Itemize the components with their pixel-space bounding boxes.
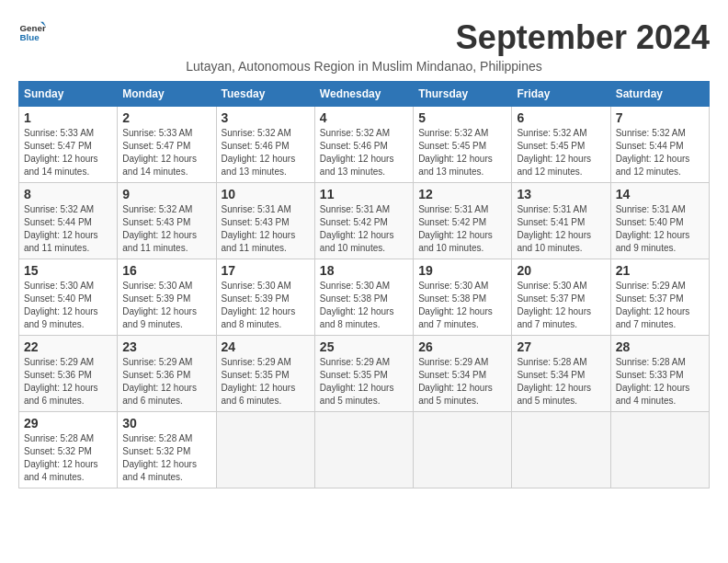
day-number: 19	[418, 263, 506, 278]
day-info: Sunrise: 5:33 AMSunset: 5:47 PMDaylight:…	[24, 127, 112, 178]
calendar-day-cell: 17Sunrise: 5:30 AMSunset: 5:39 PMDayligh…	[216, 259, 314, 336]
day-info: Sunrise: 5:29 AMSunset: 5:35 PMDaylight:…	[222, 356, 310, 408]
header-day-thursday: Thursday	[414, 82, 512, 107]
day-info: Sunrise: 5:29 AMSunset: 5:37 PMDaylight:…	[616, 280, 704, 331]
day-number: 22	[24, 339, 112, 354]
header-day-sunday: Sunday	[19, 82, 118, 107]
day-number: 16	[122, 263, 210, 278]
day-info: Sunrise: 5:32 AMSunset: 5:44 PMDaylight:…	[616, 127, 704, 178]
calendar-day-cell: 23Sunrise: 5:29 AMSunset: 5:36 PMDayligh…	[118, 336, 216, 412]
day-number: 9	[122, 187, 210, 201]
day-number: 8	[24, 187, 112, 201]
header-day-saturday: Saturday	[610, 82, 709, 107]
day-number: 2	[122, 110, 210, 125]
calendar-day-cell: 27Sunrise: 5:28 AMSunset: 5:34 PMDayligh…	[512, 336, 610, 412]
day-number: 3	[222, 110, 310, 125]
location-subtitle: Lutayan, Autonomous Region in Muslim Min…	[18, 59, 710, 74]
day-info: Sunrise: 5:32 AMSunset: 5:44 PMDaylight:…	[24, 203, 112, 255]
day-number: 17	[222, 263, 310, 278]
day-number: 7	[616, 110, 704, 125]
calendar-week-row: 29Sunrise: 5:28 AMSunset: 5:32 PMDayligh…	[19, 412, 710, 488]
day-info: Sunrise: 5:32 AMSunset: 5:45 PMDaylight:…	[418, 127, 506, 178]
calendar-day-cell: 18Sunrise: 5:30 AMSunset: 5:38 PMDayligh…	[314, 259, 413, 336]
day-info: Sunrise: 5:29 AMSunset: 5:36 PMDaylight:…	[122, 356, 210, 408]
calendar-day-cell: 20Sunrise: 5:30 AMSunset: 5:37 PMDayligh…	[512, 259, 610, 336]
day-info: Sunrise: 5:31 AMSunset: 5:43 PMDaylight:…	[222, 203, 310, 255]
day-info: Sunrise: 5:28 AMSunset: 5:32 PMDaylight:…	[24, 432, 112, 484]
day-number: 28	[616, 339, 704, 354]
day-number: 25	[320, 339, 408, 354]
calendar-week-row: 15Sunrise: 5:30 AMSunset: 5:40 PMDayligh…	[19, 259, 710, 336]
calendar-day-cell: 24Sunrise: 5:29 AMSunset: 5:35 PMDayligh…	[216, 336, 314, 412]
day-number: 4	[320, 110, 408, 125]
day-info: Sunrise: 5:28 AMSunset: 5:33 PMDaylight:…	[616, 356, 704, 408]
calendar-day-cell: 19Sunrise: 5:30 AMSunset: 5:38 PMDayligh…	[414, 259, 512, 336]
day-number: 29	[24, 416, 112, 431]
day-info: Sunrise: 5:31 AMSunset: 5:42 PMDaylight:…	[320, 203, 408, 255]
calendar-day-cell: 16Sunrise: 5:30 AMSunset: 5:39 PMDayligh…	[118, 259, 216, 336]
day-info: Sunrise: 5:28 AMSunset: 5:32 PMDaylight:…	[122, 432, 210, 484]
day-info: Sunrise: 5:32 AMSunset: 5:46 PMDaylight:…	[222, 127, 310, 178]
day-info: Sunrise: 5:32 AMSunset: 5:46 PMDaylight:…	[320, 127, 408, 178]
day-info: Sunrise: 5:29 AMSunset: 5:36 PMDaylight:…	[24, 356, 112, 408]
day-info: Sunrise: 5:30 AMSunset: 5:39 PMDaylight:…	[122, 280, 210, 331]
calendar-day-cell: 3Sunrise: 5:32 AMSunset: 5:46 PMDaylight…	[216, 107, 314, 183]
day-number: 15	[24, 263, 112, 278]
day-info: Sunrise: 5:32 AMSunset: 5:45 PMDaylight:…	[517, 127, 605, 178]
general-blue-logo-icon: General Blue	[18, 18, 46, 46]
day-info: Sunrise: 5:32 AMSunset: 5:43 PMDaylight:…	[122, 203, 210, 255]
day-number: 5	[418, 110, 506, 125]
calendar-header-row: SundayMondayTuesdayWednesdayThursdayFrid…	[19, 82, 710, 107]
calendar-day-cell: 26Sunrise: 5:29 AMSunset: 5:34 PMDayligh…	[414, 336, 512, 412]
calendar-day-cell: 25Sunrise: 5:29 AMSunset: 5:35 PMDayligh…	[314, 336, 413, 412]
day-number: 1	[24, 110, 112, 125]
day-number: 18	[320, 263, 408, 278]
empty-cell	[512, 412, 610, 488]
calendar-day-cell: 9Sunrise: 5:32 AMSunset: 5:43 PMDaylight…	[118, 183, 216, 259]
day-info: Sunrise: 5:30 AMSunset: 5:40 PMDaylight:…	[24, 280, 112, 331]
calendar-day-cell: 29Sunrise: 5:28 AMSunset: 5:32 PMDayligh…	[19, 412, 118, 488]
calendar-day-cell: 12Sunrise: 5:31 AMSunset: 5:42 PMDayligh…	[414, 183, 512, 259]
day-info: Sunrise: 5:31 AMSunset: 5:42 PMDaylight:…	[418, 203, 506, 255]
empty-cell	[216, 412, 314, 488]
day-number: 20	[517, 263, 605, 278]
calendar-day-cell: 14Sunrise: 5:31 AMSunset: 5:40 PMDayligh…	[610, 183, 709, 259]
day-number: 10	[222, 187, 310, 201]
day-info: Sunrise: 5:30 AMSunset: 5:38 PMDaylight:…	[320, 280, 408, 331]
day-info: Sunrise: 5:28 AMSunset: 5:34 PMDaylight:…	[517, 356, 605, 408]
calendar-week-row: 8Sunrise: 5:32 AMSunset: 5:44 PMDaylight…	[19, 183, 710, 259]
month-title: September 2024	[456, 18, 710, 57]
day-info: Sunrise: 5:30 AMSunset: 5:39 PMDaylight:…	[222, 280, 310, 331]
day-info: Sunrise: 5:31 AMSunset: 5:40 PMDaylight:…	[616, 203, 704, 255]
calendar-day-cell: 8Sunrise: 5:32 AMSunset: 5:44 PMDaylight…	[19, 183, 118, 259]
svg-text:Blue: Blue	[20, 32, 40, 42]
empty-cell	[610, 412, 709, 488]
calendar-week-row: 22Sunrise: 5:29 AMSunset: 5:36 PMDayligh…	[19, 336, 710, 412]
calendar-day-cell: 1Sunrise: 5:33 AMSunset: 5:47 PMDaylight…	[19, 107, 118, 183]
calendar-day-cell: 15Sunrise: 5:30 AMSunset: 5:40 PMDayligh…	[19, 259, 118, 336]
svg-text:General: General	[20, 23, 47, 33]
calendar-day-cell: 28Sunrise: 5:28 AMSunset: 5:33 PMDayligh…	[610, 336, 709, 412]
calendar-day-cell: 13Sunrise: 5:31 AMSunset: 5:41 PMDayligh…	[512, 183, 610, 259]
calendar-day-cell: 30Sunrise: 5:28 AMSunset: 5:32 PMDayligh…	[118, 412, 216, 488]
calendar-day-cell: 21Sunrise: 5:29 AMSunset: 5:37 PMDayligh…	[610, 259, 709, 336]
day-info: Sunrise: 5:31 AMSunset: 5:41 PMDaylight:…	[517, 203, 605, 255]
day-info: Sunrise: 5:33 AMSunset: 5:47 PMDaylight:…	[122, 127, 210, 178]
day-info: Sunrise: 5:29 AMSunset: 5:34 PMDaylight:…	[418, 356, 506, 408]
calendar-day-cell: 11Sunrise: 5:31 AMSunset: 5:42 PMDayligh…	[314, 183, 413, 259]
day-info: Sunrise: 5:29 AMSunset: 5:35 PMDaylight:…	[320, 356, 408, 408]
day-info: Sunrise: 5:30 AMSunset: 5:38 PMDaylight:…	[418, 280, 506, 331]
logo: General Blue	[18, 18, 50, 46]
day-number: 21	[616, 263, 704, 278]
day-number: 26	[418, 339, 506, 354]
day-number: 13	[517, 187, 605, 201]
calendar-day-cell: 5Sunrise: 5:32 AMSunset: 5:45 PMDaylight…	[414, 107, 512, 183]
day-number: 24	[222, 339, 310, 354]
calendar-day-cell: 6Sunrise: 5:32 AMSunset: 5:45 PMDaylight…	[512, 107, 610, 183]
day-number: 11	[320, 187, 408, 201]
header-day-tuesday: Tuesday	[216, 82, 314, 107]
calendar-day-cell: 4Sunrise: 5:32 AMSunset: 5:46 PMDaylight…	[314, 107, 413, 183]
day-number: 23	[122, 339, 210, 354]
empty-cell	[414, 412, 512, 488]
calendar-day-cell: 22Sunrise: 5:29 AMSunset: 5:36 PMDayligh…	[19, 336, 118, 412]
